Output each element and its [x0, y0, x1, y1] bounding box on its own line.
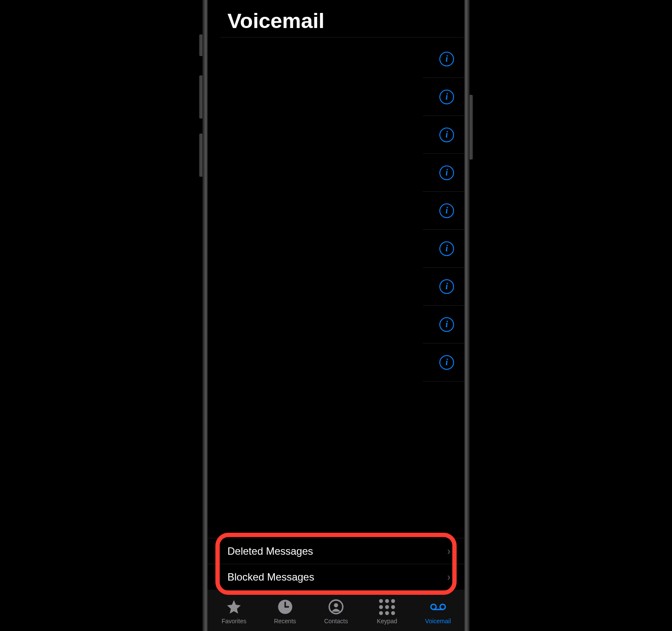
clock-icon	[277, 599, 293, 615]
info-button[interactable]: i	[439, 355, 454, 370]
info-icon: i	[439, 317, 454, 332]
phone-frame: Voicemail i i i i	[202, 0, 470, 631]
tab-keypad[interactable]: Keypad	[361, 599, 412, 625]
voicemail-row[interactable]: i	[423, 344, 464, 381]
deleted-messages-row[interactable]: Deleted Messages ›	[208, 538, 464, 564]
chevron-right-icon: ›	[447, 545, 451, 557]
page-title: Voicemail	[208, 0, 464, 37]
tab-contacts-label: Contacts	[324, 618, 348, 625]
svg-point-4	[440, 604, 445, 609]
person-circle-icon	[328, 599, 344, 615]
voicemail-row[interactable]: i	[423, 306, 464, 344]
voicemail-row[interactable]: i	[423, 116, 464, 154]
tab-favorites[interactable]: Favorites	[208, 599, 259, 625]
voicemail-row[interactable]: i	[423, 78, 464, 116]
tab-contacts[interactable]: Contacts	[311, 599, 361, 625]
voicemail-row[interactable]: i	[423, 40, 464, 78]
deleted-messages-label: Deleted Messages	[227, 545, 313, 557]
svg-point-3	[431, 604, 436, 609]
info-button[interactable]: i	[439, 279, 454, 294]
info-button[interactable]: i	[439, 52, 454, 66]
info-button[interactable]: i	[439, 203, 454, 218]
info-button[interactable]: i	[439, 241, 454, 256]
tab-recents-label: Recents	[274, 618, 296, 625]
info-icon: i	[439, 203, 454, 218]
info-icon: i	[439, 52, 454, 66]
keypad-icon	[379, 599, 395, 615]
info-button[interactable]: i	[439, 166, 454, 180]
voicemail-row[interactable]: i	[423, 230, 464, 268]
screen: Voicemail i i i i	[208, 0, 464, 631]
svg-point-2	[334, 603, 338, 607]
phone-edge-left	[202, 0, 208, 631]
tab-favorites-label: Favorites	[221, 618, 246, 625]
voicemail-list: i i i i i	[208, 37, 464, 538]
voicemail-row[interactable]: i	[423, 268, 464, 306]
info-button[interactable]: i	[439, 128, 454, 142]
bottom-section: Deleted Messages › Blocked Messages ›	[208, 538, 464, 590]
blocked-messages-label: Blocked Messages	[227, 571, 314, 583]
star-icon	[226, 599, 242, 615]
info-icon: i	[439, 128, 454, 142]
blocked-messages-row[interactable]: Blocked Messages ›	[208, 564, 464, 590]
info-icon: i	[439, 241, 454, 256]
voicemail-icon	[430, 599, 446, 615]
info-icon: i	[439, 166, 454, 180]
info-icon: i	[439, 90, 454, 104]
tab-bar: Favorites Recents	[208, 590, 464, 631]
tab-voicemail-label: Voicemail	[425, 618, 451, 625]
tab-voicemail[interactable]: Voicemail	[413, 599, 464, 625]
phone-edge-right	[464, 0, 470, 631]
voicemail-row[interactable]: i	[423, 192, 464, 230]
info-icon: i	[439, 279, 454, 294]
voicemail-row[interactable]: i	[423, 154, 464, 192]
tab-keypad-label: Keypad	[377, 618, 397, 625]
info-button[interactable]: i	[439, 317, 454, 332]
tab-recents[interactable]: Recents	[259, 599, 310, 625]
info-button[interactable]: i	[439, 90, 454, 104]
chevron-right-icon: ›	[447, 571, 451, 583]
info-icon: i	[439, 355, 454, 370]
